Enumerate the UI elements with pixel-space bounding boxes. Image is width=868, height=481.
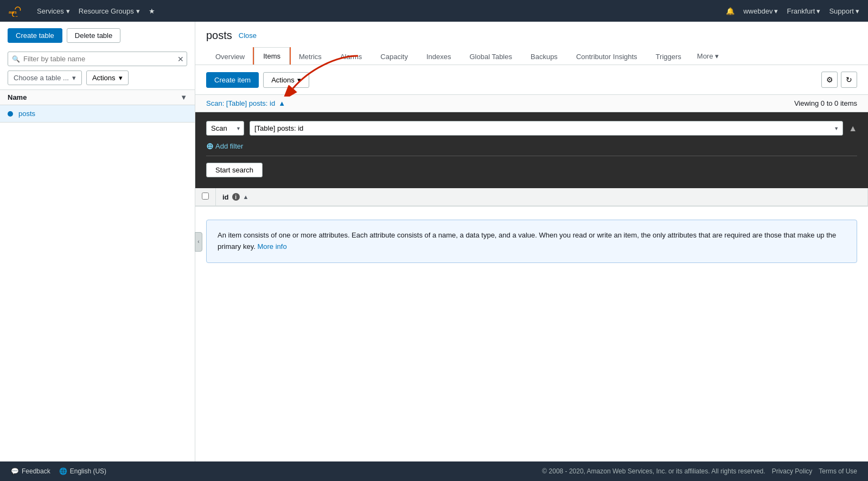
- delete-table-button[interactable]: Delete table: [67, 28, 120, 43]
- sort-asc-icon[interactable]: ▲: [243, 194, 249, 200]
- settings-button[interactable]: ⚙: [821, 72, 838, 88]
- language-label: English (US): [70, 467, 106, 475]
- region-menu[interactable]: Frankfurt ▾: [787, 7, 820, 15]
- tab-more[interactable]: More ▾: [691, 48, 726, 65]
- actions-chevron-icon: ▾: [297, 76, 301, 84]
- chat-icon: 💬: [11, 467, 19, 475]
- scan-divider: [206, 156, 857, 156]
- tab-indexes[interactable]: Indexes: [417, 48, 461, 65]
- feedback-link[interactable]: 💬 Feedback: [11, 467, 50, 475]
- sidebar: ‹ Create table Delete table 🔍 ✕ Choose a…: [0, 22, 195, 461]
- scan-collapse-button[interactable]: ▲: [848, 124, 857, 133]
- terms-of-use-link[interactable]: Terms of Use: [819, 467, 857, 475]
- choose-table-button[interactable]: Choose a table ... ▾: [8, 70, 82, 85]
- services-chevron-icon: ▾: [66, 7, 70, 15]
- refresh-button[interactable]: ↻: [841, 72, 857, 88]
- sidebar-actions-label: Actions: [92, 74, 116, 82]
- filter-input-wrap: 🔍 ✕: [8, 52, 187, 66]
- scan-target-select[interactable]: [Table] posts: id: [250, 121, 843, 136]
- id-column-header: id i ▲: [216, 188, 868, 206]
- top-navigation: aws Services ▾ Resource Groups ▾ ★ 🔔 wwe…: [0, 0, 868, 22]
- actions-label: Actions: [271, 76, 295, 84]
- create-item-button[interactable]: Create item: [206, 72, 259, 88]
- aws-logo[interactable]: aws: [9, 5, 28, 17]
- tab-items[interactable]: Items: [254, 47, 290, 65]
- id-info-icon[interactable]: i: [232, 193, 240, 201]
- more-info-link[interactable]: More info: [257, 242, 286, 251]
- bookmark-icon[interactable]: ★: [149, 7, 155, 15]
- feedback-label: Feedback: [22, 467, 50, 475]
- sort-desc-icon: ▼: [180, 93, 187, 101]
- items-toolbar: Create item Actions ▾ ⚙ ↻: [195, 65, 868, 95]
- footer: 💬 Feedback 🌐 English (US) © 2008 - 2020,…: [0, 461, 868, 481]
- region-label: Frankfurt: [787, 7, 815, 15]
- tab-overview[interactable]: Overview: [206, 48, 254, 65]
- services-nav[interactable]: Services ▾: [37, 7, 70, 15]
- table-header: posts Close Overview Items Metrics Alarm…: [195, 22, 868, 65]
- sidebar-toggle[interactable]: ‹: [195, 232, 202, 252]
- sidebar-actions-button[interactable]: Actions ▾: [86, 70, 129, 85]
- more-label: More: [697, 52, 713, 60]
- close-link[interactable]: Close: [239, 31, 257, 40]
- scan-type-row: Scan Query [Table] posts: id ▲: [206, 121, 857, 136]
- create-table-button[interactable]: Create table: [8, 28, 62, 43]
- privacy-policy-link[interactable]: Privacy Policy: [772, 467, 813, 475]
- select-all-checkbox-cell: [195, 188, 216, 206]
- scan-type-select-wrap: Scan Query: [206, 121, 244, 136]
- username-label: wwebdev: [743, 7, 773, 15]
- choose-table-chevron-icon: ▾: [72, 74, 76, 82]
- add-filter-button[interactable]: ⊕ Add filter: [206, 141, 243, 151]
- table-active-dot: [8, 111, 13, 117]
- resource-groups-label: Resource Groups: [79, 7, 134, 15]
- content-area: posts Close Overview Items Metrics Alarm…: [195, 22, 868, 461]
- table-list-item[interactable]: posts: [0, 105, 195, 123]
- sidebar-controls: Choose a table ... ▾ Actions ▾: [0, 70, 195, 89]
- user-chevron-icon: ▾: [774, 7, 778, 15]
- nav-right: 🔔 wwebdev ▾ Frankfurt ▾ Support ▾: [726, 7, 859, 15]
- support-chevron-icon: ▾: [856, 7, 859, 15]
- filter-clear-icon[interactable]: ✕: [177, 55, 184, 63]
- tab-alarms[interactable]: Alarms: [331, 48, 371, 65]
- collapse-icon: ▲: [848, 124, 857, 133]
- scan-target-wrap: [Table] posts: id: [250, 121, 843, 136]
- tab-global-tables[interactable]: Global Tables: [460, 48, 521, 65]
- tab-bar: Overview Items Metrics Alarms Capacity I…: [206, 47, 857, 65]
- actions-button[interactable]: Actions ▾: [263, 72, 309, 88]
- settings-icon: ⚙: [826, 75, 833, 84]
- table-list-header: Name ▼: [0, 89, 195, 105]
- add-filter-plus-icon: ⊕: [206, 141, 213, 151]
- sidebar-actions-chevron-icon: ▾: [119, 74, 123, 82]
- items-table: id i ▲: [195, 188, 868, 207]
- support-menu[interactable]: Support ▾: [829, 7, 859, 15]
- footer-right: © 2008 - 2020, Amazon Web Services, Inc.…: [542, 467, 857, 475]
- tab-metrics[interactable]: Metrics: [290, 48, 331, 65]
- copyright-text: © 2008 - 2020, Amazon Web Services, Inc.…: [542, 467, 765, 475]
- search-icon: 🔍: [12, 55, 20, 63]
- tab-capacity[interactable]: Capacity: [371, 48, 417, 65]
- start-search-button[interactable]: Start search: [206, 163, 263, 177]
- table-name-column-header: Name: [8, 93, 27, 101]
- info-box-text: An item consists of one or more attribut…: [218, 231, 836, 251]
- scan-collapse-icon[interactable]: ▲: [278, 99, 285, 107]
- language-selector[interactable]: 🌐 English (US): [59, 467, 106, 475]
- main-layout: ‹ Create table Delete table 🔍 ✕ Choose a…: [0, 22, 868, 461]
- sidebar-filter: 🔍 ✕: [0, 49, 195, 70]
- bell-icon[interactable]: 🔔: [726, 7, 735, 15]
- services-label: Services: [37, 7, 64, 15]
- svg-text:aws: aws: [9, 10, 17, 15]
- toolbar-right: ⚙ ↻: [821, 72, 857, 88]
- resource-groups-chevron-icon: ▾: [136, 7, 140, 15]
- scan-form: Scan Query [Table] posts: id ▲: [195, 112, 868, 188]
- footer-left: 💬 Feedback 🌐 English (US): [11, 467, 106, 475]
- globe-icon: 🌐: [59, 467, 67, 475]
- select-all-checkbox[interactable]: [202, 193, 209, 200]
- tab-backups[interactable]: Backups: [521, 48, 567, 65]
- filter-input[interactable]: [8, 52, 187, 66]
- resource-groups-nav[interactable]: Resource Groups ▾: [79, 7, 140, 15]
- user-menu[interactable]: wwebdev ▾: [743, 7, 778, 15]
- scan-title-text: Scan: [Table] posts: id: [206, 99, 275, 107]
- tab-triggers[interactable]: Triggers: [647, 48, 691, 65]
- tab-contributor-insights[interactable]: Contributor Insights: [567, 48, 647, 65]
- choose-table-label: Choose a table ...: [14, 74, 69, 82]
- scan-type-select[interactable]: Scan Query: [206, 121, 244, 136]
